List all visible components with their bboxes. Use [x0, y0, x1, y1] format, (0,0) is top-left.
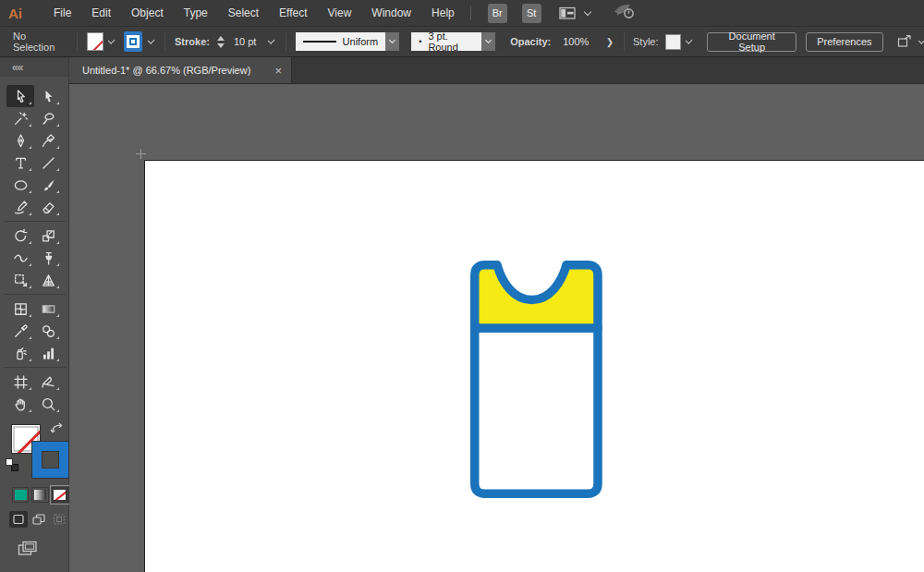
artwork-shape[interactable] — [466, 254, 606, 505]
canvas-pasteboard[interactable] — [69, 84, 924, 572]
stroke-color-swatch[interactable] — [124, 31, 142, 52]
curvature-tool[interactable] — [34, 129, 62, 152]
line-segment-tool[interactable] — [34, 152, 62, 174]
menu-item-file[interactable]: File — [43, 0, 81, 26]
document-tab[interactable]: Untitled-1* @ 66.67% (RGB/Preview) × — [69, 57, 292, 83]
menu-item-effect[interactable]: Effect — [269, 0, 317, 26]
tools-panel: «« — [0, 57, 69, 572]
none-swatch-icon — [54, 490, 66, 500]
collapse-panel-button[interactable]: «« — [0, 57, 68, 77]
menu-item-view[interactable]: View — [318, 0, 362, 26]
menu-bar: Ai FileEditObjectTypeSelectEffectViewWin… — [0, 0, 924, 27]
document-setup-button[interactable]: Document Setup — [707, 32, 796, 52]
eyedropper-tool[interactable] — [6, 320, 34, 342]
opacity-panel-arrow[interactable]: ❯ — [606, 37, 614, 47]
menu-item-type[interactable]: Type — [174, 0, 218, 26]
change-screen-mode-button[interactable] — [16, 539, 40, 557]
menu-item-edit[interactable]: Edit — [81, 0, 121, 26]
menu-item-select[interactable]: Select — [218, 0, 269, 26]
symbol-sprayer-tool[interactable] — [6, 342, 34, 364]
blend-tool[interactable] — [34, 320, 62, 342]
column-graph-tool[interactable] — [34, 342, 62, 364]
opacity-value[interactable]: 100% — [557, 33, 602, 51]
arrange-chevron-down-icon[interactable] — [918, 36, 924, 43]
stroke-weight-label: Stroke: — [175, 36, 210, 47]
tab-close-icon[interactable]: × — [274, 65, 282, 77]
selection-tool[interactable] — [6, 85, 34, 107]
workspace-switcher-icon[interactable] — [559, 6, 577, 20]
tool-group-divider — [4, 221, 66, 222]
gradient-swatch-button[interactable] — [31, 487, 48, 503]
brush-chevron-down-icon[interactable] — [481, 32, 495, 51]
default-fill-stroke-icon[interactable] — [6, 458, 18, 471]
shape-collar[interactable] — [475, 265, 598, 328]
color-swatch-icon — [15, 490, 27, 500]
color-swatch-button[interactable] — [12, 487, 29, 503]
rotate-tool[interactable] — [6, 225, 34, 247]
controlbar-divider — [624, 32, 625, 51]
width-profile-select[interactable]: Uniform — [296, 32, 386, 51]
touch-workspace-icon[interactable] — [613, 2, 637, 24]
artboard-tool[interactable] — [6, 371, 34, 393]
gradient-swatch-icon — [34, 490, 46, 500]
bridge-button[interactable]: Br — [488, 4, 507, 23]
draw-behind-button[interactable] — [30, 511, 48, 528]
width-profile-chevron-down-icon[interactable] — [385, 32, 399, 51]
type-tool[interactable] — [6, 152, 34, 174]
control-bar: No Selection Stroke: 10 pt Uniform • 3 p… — [0, 27, 924, 57]
brush-dot-icon: • — [419, 37, 421, 46]
magic-wand-tool[interactable] — [6, 107, 34, 129]
mesh-tool[interactable] — [6, 298, 34, 320]
fill-chevron-down-icon[interactable] — [107, 36, 115, 43]
shape-body[interactable] — [475, 328, 598, 493]
preferences-button[interactable]: Preferences — [806, 32, 882, 52]
lasso-tool[interactable] — [34, 107, 62, 129]
gradient-tool[interactable] — [34, 298, 62, 320]
workspace-chevron-down-icon[interactable] — [583, 7, 590, 15]
scale-tool[interactable] — [34, 225, 62, 247]
style-swatch[interactable] — [665, 34, 681, 50]
none-swatch-button[interactable] — [52, 487, 68, 503]
controlbar-divider — [286, 32, 286, 51]
direct-selection-tool[interactable] — [34, 85, 62, 107]
width-tool[interactable] — [6, 247, 34, 269]
width-profile-value: Uniform — [343, 36, 379, 47]
document-tab-bar: Untitled-1* @ 66.67% (RGB/Preview) × — [69, 57, 924, 84]
puppet-warp-tool[interactable] — [34, 247, 62, 269]
shaper-tool[interactable] — [6, 196, 34, 218]
perspective-grid-tool[interactable] — [34, 269, 62, 291]
arrange-documents-icon[interactable] — [897, 34, 913, 50]
stroke-chevron-down-icon[interactable] — [147, 36, 154, 43]
menu-items: FileEditObjectTypeSelectEffectViewWindow… — [43, 0, 465, 26]
stroke-weight-value[interactable]: 10 pt — [228, 33, 267, 51]
eraser-tool[interactable] — [34, 196, 62, 218]
slice-tool[interactable] — [34, 371, 62, 393]
swap-fill-stroke-icon[interactable] — [50, 421, 64, 438]
draw-normal-button[interactable] — [9, 511, 28, 528]
illustrator-logo: Ai — [8, 6, 32, 21]
brush-definition-value: 3 pt. Round — [428, 30, 474, 53]
ellipse-tool[interactable] — [6, 174, 34, 196]
stock-button[interactable]: St — [522, 4, 541, 23]
document-tab-title: Untitled-1* @ 66.67% (RGB/Preview) — [82, 65, 267, 76]
pen-tool[interactable] — [6, 129, 34, 152]
document-area: Untitled-1* @ 66.67% (RGB/Preview) × — [69, 57, 924, 572]
drawing-mode-buttons — [0, 511, 68, 528]
selection-status: No Selection — [13, 30, 65, 53]
menu-item-window[interactable]: Window — [361, 0, 421, 26]
hand-tool[interactable] — [6, 393, 34, 415]
fill-color-swatch[interactable] — [87, 32, 103, 51]
stroke-weight-chevron-down-icon[interactable] — [268, 36, 275, 43]
menu-item-help[interactable]: Help — [421, 0, 465, 26]
zoom-tool[interactable] — [34, 393, 62, 415]
free-transform-tool[interactable] — [6, 269, 34, 291]
paintbrush-tool[interactable] — [34, 174, 62, 196]
style-label: Style: — [633, 36, 659, 47]
brush-definition-select[interactable]: • 3 pt. Round — [411, 32, 481, 51]
menu-item-object[interactable]: Object — [121, 0, 174, 26]
fill-stroke-indicator — [0, 420, 68, 480]
menubar-divider — [470, 6, 471, 20]
stroke-weight-stepper[interactable] — [217, 36, 225, 48]
style-chevron-down-icon[interactable] — [685, 36, 692, 43]
stroke-box[interactable] — [32, 442, 68, 478]
